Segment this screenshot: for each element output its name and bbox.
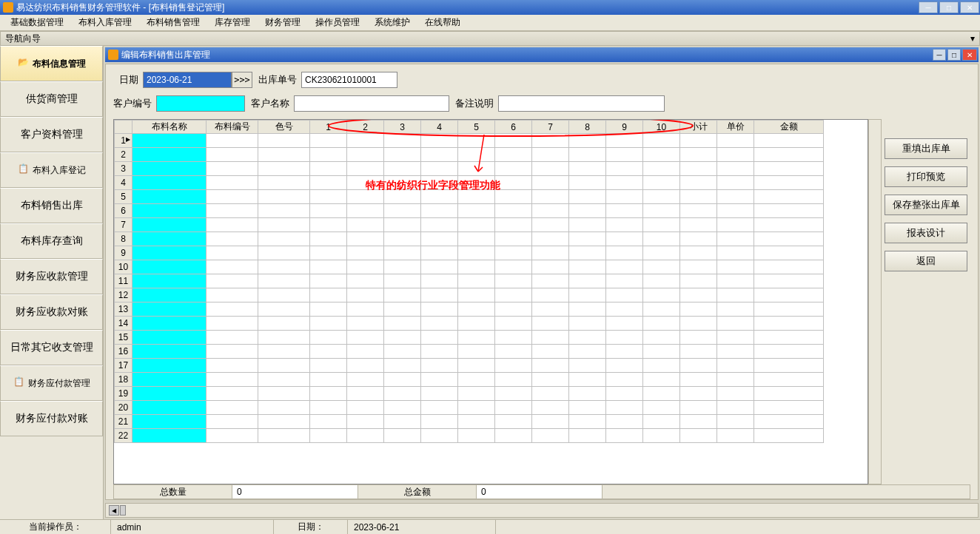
grid-cell[interactable] [532, 232, 569, 246]
grid-cell[interactable] [421, 387, 458, 401]
grid-cell[interactable] [717, 387, 754, 401]
grid-cell[interactable] [421, 429, 458, 443]
table-row[interactable]: 17 [115, 359, 824, 373]
grid-cell[interactable] [421, 373, 458, 387]
grid-cell[interactable] [495, 429, 532, 443]
sidebar-item-supplier[interactable]: 供货商管理 [0, 81, 103, 117]
grid-cell[interactable] [717, 429, 754, 443]
grid-cell[interactable] [347, 260, 384, 274]
table-row[interactable]: 19 [115, 387, 824, 401]
grid-cell[interactable] [310, 373, 347, 387]
grid-cell[interactable] [458, 232, 495, 246]
grid-cell[interactable] [532, 274, 569, 288]
grid-cell[interactable] [258, 359, 310, 373]
grid-cell[interactable] [207, 373, 258, 387]
grid-cell[interactable] [532, 204, 569, 218]
grid-cell[interactable] [132, 232, 207, 246]
grid-cell[interactable] [495, 359, 532, 373]
grid-cell[interactable] [207, 274, 258, 288]
col-header[interactable]: 9 [606, 121, 643, 134]
grid-cell[interactable] [717, 134, 754, 148]
grid-cell[interactable] [421, 317, 458, 331]
table-row[interactable]: 14 [115, 317, 824, 331]
grid-cell[interactable] [495, 134, 532, 148]
grid-cell[interactable] [569, 303, 606, 317]
grid-cell[interactable] [458, 190, 495, 204]
grid-cell[interactable] [495, 204, 532, 218]
sidebar-item-other-io[interactable]: 日常其它收支管理 [0, 330, 103, 365]
grid-cell[interactable] [495, 317, 532, 331]
grid-cell[interactable] [495, 218, 532, 232]
grid-cell[interactable] [680, 331, 717, 345]
grid-cell[interactable] [643, 148, 680, 162]
grid-cell[interactable] [384, 303, 421, 317]
sidebar-item-recv-reconcile[interactable]: 财务应收款对账 [0, 294, 103, 330]
grid-cell[interactable] [207, 246, 258, 260]
grid-cell[interactable] [680, 260, 717, 274]
grid-cell[interactable] [643, 317, 680, 331]
grid-cell[interactable] [421, 345, 458, 359]
grid-cell[interactable] [569, 204, 606, 218]
grid-cell[interactable] [132, 429, 207, 443]
col-header[interactable]: 小计 [680, 121, 717, 134]
grid-cell[interactable] [569, 260, 606, 274]
grid-cell[interactable] [643, 288, 680, 303]
menu-inbound[interactable]: 布料入库管理 [71, 14, 139, 31]
grid-cell[interactable] [495, 373, 532, 387]
row-number[interactable]: 3 [115, 162, 132, 176]
grid-cell[interactable] [310, 359, 347, 373]
grid-cell[interactable] [717, 288, 754, 303]
grid-cell[interactable] [754, 359, 824, 373]
grid-cell[interactable] [347, 162, 384, 176]
scroll-thumb[interactable] [120, 505, 126, 516]
grid-cell[interactable] [347, 387, 384, 401]
grid-cell[interactable] [384, 373, 421, 387]
grid-cell[interactable] [310, 429, 347, 443]
grid-cell[interactable] [258, 134, 310, 148]
grid-cell[interactable] [680, 373, 717, 387]
grid-cell[interactable] [569, 288, 606, 303]
grid-cell[interactable] [310, 218, 347, 232]
grid-cell[interactable] [532, 345, 569, 359]
grid-cell[interactable] [717, 331, 754, 345]
grid-cell[interactable] [606, 401, 643, 415]
grid-cell[interactable] [754, 429, 824, 443]
grid-cell[interactable] [643, 274, 680, 288]
grid-cell[interactable] [310, 246, 347, 260]
custcode-input[interactable] [156, 95, 245, 112]
grid-cell[interactable] [132, 373, 207, 387]
row-number[interactable]: 20 [115, 401, 132, 415]
grid-cell[interactable] [347, 359, 384, 373]
grid-cell[interactable] [258, 331, 310, 345]
grid-cell[interactable] [421, 260, 458, 274]
menu-sales[interactable]: 布料销售管理 [139, 14, 207, 31]
grid-cell[interactable] [310, 260, 347, 274]
grid-cell[interactable] [495, 232, 532, 246]
grid-cell[interactable] [643, 232, 680, 246]
grid-cell[interactable] [132, 218, 207, 232]
date-input[interactable] [143, 72, 232, 88]
grid-cell[interactable] [754, 274, 824, 288]
return-button[interactable]: 返回 [885, 251, 967, 271]
grid-cell[interactable] [258, 303, 310, 317]
table-row[interactable]: 13 [115, 303, 824, 317]
grid-cell[interactable] [569, 429, 606, 443]
grid-cell[interactable] [680, 148, 717, 162]
grid-cell[interactable] [132, 345, 207, 359]
grid-cell[interactable] [569, 134, 606, 148]
col-header[interactable]: 5 [458, 121, 495, 134]
grid-cell[interactable] [495, 288, 532, 303]
grid-cell[interactable] [421, 331, 458, 345]
grid-cell[interactable] [643, 303, 680, 317]
grid-cell[interactable] [458, 331, 495, 345]
grid-cell[interactable] [606, 176, 643, 190]
maximize-button[interactable]: □ [939, 1, 959, 13]
row-number[interactable]: 22 [115, 429, 132, 443]
grid-cell[interactable] [207, 345, 258, 359]
grid-cell[interactable] [421, 359, 458, 373]
grid-cell[interactable] [458, 345, 495, 359]
grid-cell[interactable] [495, 331, 532, 345]
grid-cell[interactable] [310, 288, 347, 303]
grid-cell[interactable] [532, 162, 569, 176]
grid-cell[interactable] [680, 303, 717, 317]
